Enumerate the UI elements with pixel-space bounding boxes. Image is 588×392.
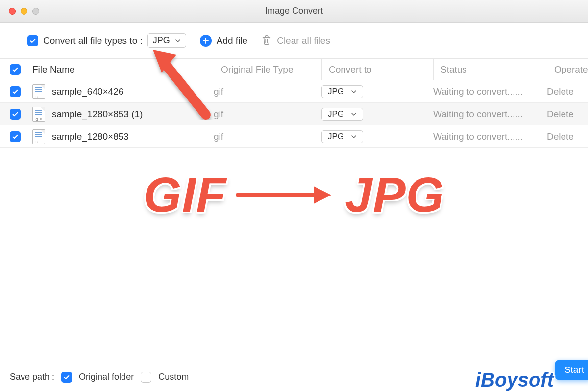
global-format-value: JPG: [153, 35, 170, 46]
annotation-to-text: JPG: [345, 167, 444, 223]
start-button[interactable]: Start: [555, 360, 588, 380]
check-icon: [12, 111, 19, 118]
original-type-value: gif: [214, 86, 321, 97]
col-file-name: File Name: [32, 64, 214, 75]
select-all-checkbox[interactable]: [10, 64, 21, 75]
row-format-select[interactable]: JPG: [321, 130, 363, 143]
plus-icon: [200, 35, 212, 47]
add-file-button[interactable]: Add file: [200, 35, 247, 47]
add-file-label: Add file: [217, 35, 247, 46]
original-type-value: gif: [214, 109, 321, 120]
table-row: GIF sample_1280×853 (1) gif JPG Waiting …: [0, 103, 588, 125]
status-text: Waiting to convert......: [433, 86, 547, 97]
table-row: GIF sample_640×426 gif JPG Waiting to co…: [0, 80, 588, 103]
table-header: File Name Original File Type Convert to …: [0, 59, 588, 80]
check-icon: [12, 133, 19, 140]
file-name: sample_640×426: [52, 86, 123, 97]
save-path-label: Save path :: [10, 372, 54, 382]
window-title: Image Convert: [0, 6, 588, 16]
file-name-cell: GIF sample_1280×853: [32, 129, 214, 144]
annotation-from-text: GIF: [144, 167, 227, 223]
row-format-value: JPG: [328, 87, 344, 97]
chevron-down-icon: [351, 134, 357, 140]
delete-button[interactable]: Delete: [547, 109, 588, 120]
convert-all-group: Convert all file types to : JPG: [27, 33, 186, 48]
clear-all-button[interactable]: Clear all files: [261, 34, 330, 47]
annotation-overlay: GIF JPG: [0, 167, 588, 223]
brand-watermark: iBoysoft: [475, 369, 554, 391]
chevron-down-icon: [175, 38, 181, 44]
col-original-type: Original File Type: [214, 59, 321, 80]
chevron-down-icon: [351, 89, 357, 95]
app-window: Image Convert Convert all file types to …: [0, 0, 588, 392]
file-name: sample_1280×853 (1): [52, 109, 143, 120]
check-icon: [63, 374, 70, 381]
clear-all-label: Clear all files: [277, 35, 330, 46]
row-format-select[interactable]: JPG: [321, 85, 363, 98]
annotation-right-arrow-icon: [234, 178, 337, 212]
table-row: GIF sample_1280×853 gif JPG Waiting to c…: [0, 125, 588, 148]
col-convert-to: Convert to: [321, 59, 433, 80]
toolbar: Convert all file types to : JPG Add file…: [0, 23, 588, 59]
check-icon: [12, 88, 19, 95]
custom-folder-checkbox[interactable]: [141, 372, 151, 383]
original-folder-label: Original folder: [79, 372, 134, 382]
file-type-icon: GIF: [32, 84, 45, 99]
row-format-value: JPG: [328, 109, 344, 119]
file-type-icon: GIF: [32, 107, 45, 122]
row-checkbox[interactable]: [10, 86, 21, 97]
trash-icon: [261, 34, 272, 47]
custom-folder-label: Custom: [158, 372, 189, 382]
file-name: sample_1280×853: [52, 131, 129, 142]
row-format-value: JPG: [328, 132, 344, 142]
file-name-cell: GIF sample_1280×853 (1): [32, 107, 214, 122]
file-type-icon: GIF: [32, 129, 45, 144]
file-name-cell: GIF sample_640×426: [32, 84, 214, 99]
check-icon: [29, 37, 36, 44]
convert-all-label: Convert all file types to :: [43, 35, 143, 46]
chevron-down-icon: [351, 111, 357, 117]
check-icon: [12, 66, 19, 73]
status-text: Waiting to convert......: [433, 109, 547, 120]
delete-button[interactable]: Delete: [547, 131, 588, 142]
select-all-cell: [10, 64, 32, 75]
row-format-select[interactable]: JPG: [321, 108, 363, 121]
status-text: Waiting to convert......: [433, 131, 547, 142]
global-format-select[interactable]: JPG: [147, 33, 186, 48]
original-type-value: gif: [214, 131, 321, 142]
row-checkbox[interactable]: [10, 131, 21, 142]
delete-button[interactable]: Delete: [547, 86, 588, 97]
col-status: Status: [433, 59, 547, 80]
original-folder-checkbox[interactable]: [61, 372, 72, 383]
col-operate: Operate: [547, 59, 588, 80]
titlebar: Image Convert: [0, 0, 588, 23]
row-checkbox[interactable]: [10, 109, 21, 120]
convert-all-checkbox[interactable]: [27, 35, 38, 46]
